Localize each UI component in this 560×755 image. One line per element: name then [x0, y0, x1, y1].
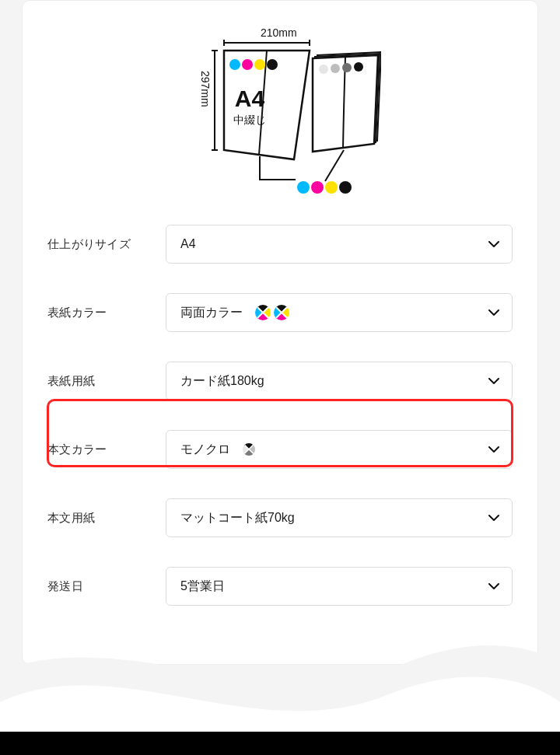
- chevron-down-icon: [488, 378, 499, 384]
- select-body-color-value: モノクロ: [180, 442, 230, 458]
- row-body-paper: 本文用紙 マットコート紙70kg: [47, 498, 513, 537]
- cmyk-dot-yellow-icon: [254, 59, 265, 70]
- select-ship-date[interactable]: 5営業日: [166, 567, 513, 606]
- cmyk-dot-cyan-icon: [297, 181, 310, 194]
- row-cover-paper: 表紙用紙 カード紙180kg: [47, 362, 513, 400]
- grey-dot-icon: [342, 63, 352, 72]
- chevron-down-icon: [488, 241, 499, 247]
- config-panel: 210mm 297mm A4 中綴じ: [22, 0, 538, 665]
- label-size: 仕上がりサイズ: [47, 237, 166, 252]
- select-cover-paper[interactable]: カード紙180kg: [166, 362, 513, 400]
- select-cover-color-value: 両面カラー: [180, 305, 243, 321]
- chevron-down-icon: [488, 446, 499, 453]
- cmyk-dot-yellow-icon: [325, 181, 338, 194]
- select-cover-color[interactable]: 両面カラー: [166, 293, 513, 332]
- chevron-down-icon: [488, 583, 499, 589]
- label-body-paper: 本文用紙: [47, 511, 166, 526]
- cmyk-dot-black-icon: [339, 181, 352, 194]
- cmyk-dot-black-icon: [267, 59, 278, 70]
- row-body-color: 本文カラー モノクロ: [47, 430, 513, 469]
- grey-dot-icon: [354, 62, 363, 72]
- label-body-color: 本文カラー: [47, 442, 166, 457]
- diagram-binding-label: 中綴じ: [233, 114, 266, 126]
- row-cover-color: 表紙カラー 両面カラー: [47, 293, 513, 332]
- select-body-paper[interactable]: マットコート紙70kg: [166, 498, 513, 537]
- booklet-diagram: 210mm 297mm A4 中綴じ: [47, 24, 513, 200]
- cmyk-swatch-icon: [274, 305, 289, 320]
- diagram-size-label: A4: [235, 86, 265, 111]
- select-size-value: A4: [180, 237, 196, 251]
- cmyk-swatch-icon: [255, 305, 271, 320]
- cmyk-dot-magenta-icon: [311, 181, 324, 194]
- select-size[interactable]: A4: [166, 225, 513, 264]
- grey-dot-icon: [319, 65, 328, 74]
- monochrome-swatch-icon: [243, 443, 255, 456]
- select-ship-date-value: 5営業日: [180, 578, 225, 595]
- label-ship-date: 発送日: [47, 579, 166, 594]
- diagram-height-label: 297mm: [199, 71, 212, 107]
- chevron-down-icon: [488, 309, 499, 316]
- row-size: 仕上がりサイズ A4: [47, 225, 513, 264]
- cmyk-dot-cyan-icon: [229, 59, 240, 70]
- select-cover-paper-value: カード紙180kg: [180, 373, 264, 390]
- grey-dot-icon: [331, 64, 340, 73]
- diagram-width-label: 210mm: [261, 26, 297, 39]
- select-body-color[interactable]: モノクロ: [166, 430, 513, 469]
- footer-bar: [0, 732, 560, 755]
- cmyk-dot-magenta-icon: [242, 59, 253, 70]
- label-cover-paper: 表紙用紙: [47, 374, 166, 389]
- chevron-down-icon: [488, 515, 499, 521]
- select-body-paper-value: マットコート紙70kg: [180, 510, 295, 526]
- label-cover-color: 表紙カラー: [47, 306, 166, 320]
- row-ship-date: 発送日 5営業日: [47, 567, 513, 606]
